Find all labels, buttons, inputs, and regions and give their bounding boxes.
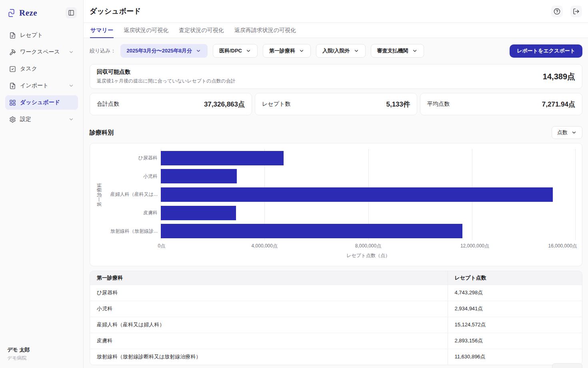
chart-bar[interactable]: [161, 224, 462, 238]
filter-row: 絞り込み： 2025年3月分〜2025年8月分 医科/DPC 第一診療科: [90, 44, 582, 58]
chevron-down-icon: [68, 49, 74, 55]
tab-summary[interactable]: サマリー: [85, 23, 118, 38]
main-area: ダッシュボード サマリー 返戻状況の可視化 査定状況の可視化 返戻: [84, 0, 588, 368]
chart-category-labels: ひ尿器科 小児科 産婦人科（産科又は... 皮膚科 放射線科（放射線診...: [102, 149, 161, 240]
sidebar-item-dashboard[interactable]: ダッシュボード: [5, 95, 78, 110]
chart-plot-area: [161, 149, 576, 240]
tab-rebilling-status[interactable]: 返戻再請求状況の可視化: [229, 23, 301, 38]
card-subtitle: 返戻後1ヶ月後の提出に間に合っていないレセプトの点数の合計: [97, 78, 236, 84]
period-filter-dropdown[interactable]: 2025年3月分〜2025年8月分: [120, 44, 208, 58]
average-points-card: 平均点数 7,271.94点: [420, 93, 582, 115]
user-info[interactable]: デモ 太郎 デモ病院: [0, 341, 83, 368]
cell-department: 小児科: [90, 301, 448, 317]
x-tick: 12,000,000点: [460, 243, 489, 249]
filter-label: 絞り込み：: [90, 47, 116, 54]
sidebar-collapse-button[interactable]: [66, 7, 77, 18]
user-name: デモ 太郎: [7, 346, 76, 354]
chart-bar[interactable]: [161, 169, 237, 183]
table-row[interactable]: 産婦人科（産科又は婦人科） 15,124,572点: [90, 317, 582, 333]
metric-dropdown[interactable]: 点数: [552, 126, 582, 139]
sidebar-item-import[interactable]: インポート: [5, 78, 78, 93]
category-label: ひ尿器科: [102, 149, 161, 167]
period-filter-value: 2025年3月分〜2025年8月分: [127, 47, 192, 54]
sidebar-item-label: タスク: [20, 65, 37, 72]
filter-dropdown-medical-dpc[interactable]: 医科/DPC: [213, 44, 258, 58]
file-plus-icon: [9, 82, 16, 89]
sidebar-header: Reze: [0, 0, 83, 28]
table-row[interactable]: 皮膚科 2,893,156点: [90, 333, 582, 349]
content: 絞り込み： 2025年3月分〜2025年8月分 医科/DPC 第一診療科: [84, 38, 588, 368]
export-report-button[interactable]: レポートをエクスポート: [510, 44, 582, 58]
filter-dropdown-department[interactable]: 第一診療科: [263, 44, 311, 58]
table-row[interactable]: 小児科 2,934,941点: [90, 301, 582, 317]
filter-dropdown-payer[interactable]: 審査支払機関: [371, 44, 424, 58]
stat-value: 5,133件: [386, 100, 410, 109]
tab-return-status[interactable]: 返戻状況の可視化: [118, 23, 174, 38]
cell-points: 4,743,298点: [448, 285, 582, 301]
table-row[interactable]: 放射線科（放射線診断科又は放射線治療科） 11,630,896点: [90, 349, 582, 365]
chevron-down-icon: [412, 48, 418, 54]
stat-value: 37,326,863点: [204, 100, 245, 109]
category-label: 小児科: [102, 167, 161, 186]
help-button[interactable]: [551, 6, 563, 17]
table-row[interactable]: ひ尿器科 4,743,298点: [90, 285, 582, 301]
section-title: 診療科別: [90, 129, 114, 137]
stat-label: レセプト数: [262, 101, 290, 108]
cell-points: 15,124,572点: [448, 317, 582, 333]
filter-dropdown-inpatient[interactable]: 入院/入院外: [316, 44, 366, 58]
sidebar-item-receipts[interactable]: レセプト: [5, 28, 78, 42]
sidebar-nav: レセプト ワークスペース タスク: [0, 28, 83, 127]
tab-bar: サマリー 返戻状況の可視化 査定状況の可視化 返戻再請求状況の可視化: [84, 23, 588, 38]
table-header-row: 第一診療科 レセプト点数: [90, 271, 582, 285]
category-label: 産婦人科（産科又は...: [102, 185, 161, 204]
sidebar-item-settings[interactable]: 設定: [5, 112, 78, 127]
department-bar-chart: 第一診療科 ひ尿器科 小児科 産婦人科（産科又は... 皮膚科 放射線科（放射線…: [90, 143, 582, 266]
department-table: 第一診療科 レセプト点数 ひ尿器科 4,743,298点 小児科 2,934,9…: [90, 271, 582, 365]
sidebar-item-label: レセプト: [20, 32, 43, 39]
x-tick: 16,000,000点: [548, 243, 577, 249]
card-value: 14,389点: [543, 71, 575, 82]
check-square-icon: [9, 66, 16, 72]
metric-value: 点数: [557, 129, 568, 136]
chart-bar[interactable]: [161, 151, 284, 165]
page-title: ダッシュボード: [90, 6, 141, 16]
chevron-down-icon: [246, 48, 251, 54]
sidebar-item-label: ダッシュボード: [20, 99, 60, 106]
hammer-icon: [9, 49, 16, 56]
chevron-down-icon: [68, 83, 74, 88]
chevron-down-icon: [354, 48, 359, 54]
cell-department: 皮膚科: [90, 333, 448, 349]
chart-bar[interactable]: [161, 187, 553, 202]
filter-value: 医科/DPC: [219, 47, 242, 54]
cell-department: 産婦人科（産科又は婦人科）: [90, 317, 448, 333]
section-header: 診療科別 点数: [90, 126, 582, 139]
recoverable-points-card: 回収可能点数 返戻後1ヶ月後の提出に間に合っていないレセプトの点数の合計 14,…: [90, 64, 582, 89]
chevron-down-icon: [68, 117, 74, 122]
filter-value: 入院/入院外: [322, 47, 350, 54]
logout-button[interactable]: [570, 6, 582, 17]
cell-points: 2,934,941点: [448, 301, 582, 317]
category-label: 皮膚科: [102, 204, 161, 222]
sidebar-item-label: ワークスペース: [20, 48, 60, 56]
stat-label: 平均点数: [427, 101, 450, 108]
total-points-card: 合計点数 37,326,863点: [90, 93, 252, 115]
cell-department: ひ尿器科: [90, 285, 448, 301]
chevron-down-icon: [571, 130, 577, 135]
receipt-count-card: レセプト数 5,133件: [255, 93, 417, 115]
cell-points: 2,893,156点: [448, 333, 582, 349]
filter-value: 第一診療科: [269, 47, 295, 54]
topbar: ダッシュボード: [84, 0, 588, 23]
sidebar-item-label: インポート: [20, 82, 48, 89]
tab-assessment-status[interactable]: 査定状況の可視化: [174, 23, 229, 38]
user-org: デモ病院: [7, 355, 76, 362]
x-tick: 4,000,000点: [252, 243, 278, 249]
cell-points: 11,630,896点: [448, 349, 582, 365]
cutoff-control[interactable]: [552, 363, 582, 368]
sidebar-item-workspace[interactable]: ワークスペース: [5, 45, 78, 59]
sidebar-item-label: 設定: [20, 116, 31, 123]
chart-bar[interactable]: [161, 206, 236, 220]
reze-logo-icon: [6, 8, 16, 18]
sidebar-item-tasks[interactable]: タスク: [5, 62, 78, 76]
category-label: 放射線科（放射線診...: [102, 222, 161, 240]
stat-cards-row: 合計点数 37,326,863点 レセプト数 5,133件 平均点数 7,271…: [90, 93, 582, 115]
